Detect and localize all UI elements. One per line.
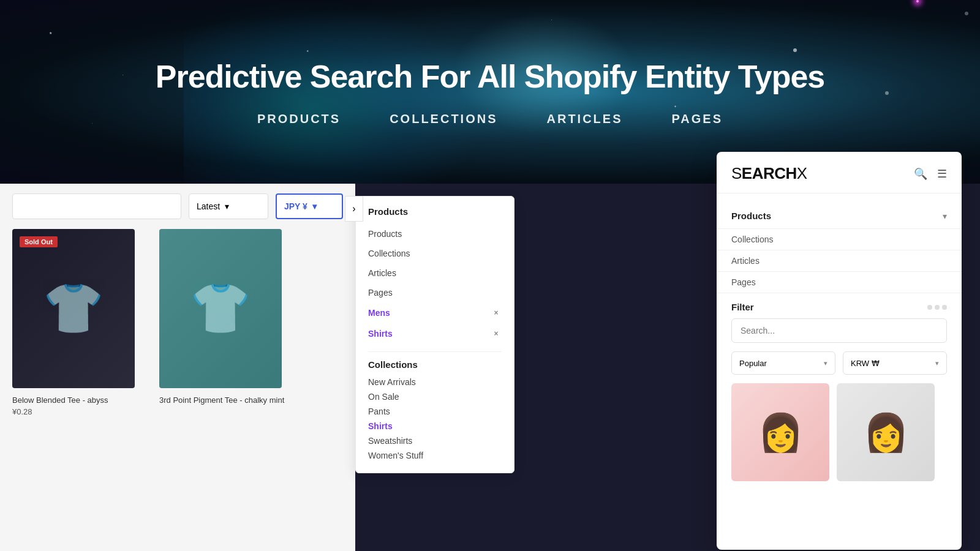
logo-text: S (731, 164, 742, 182)
tag-products: PRODUCTS (257, 112, 341, 126)
nav-collections[interactable]: Collections (717, 229, 962, 250)
collection-sweatshirts[interactable]: Sweatshirts (368, 433, 502, 448)
product-panel: Latest ▾ JPY ¥ ▾ Sold Out 👕 Below Blende… (0, 184, 355, 551)
currency-pill[interactable]: KRW ₩ ▾ (843, 351, 947, 375)
dropdown-item-label: Articles (368, 268, 396, 278)
dropdown-title: Products (368, 206, 502, 217)
collections-title: Collections (368, 359, 502, 370)
filter-dot (927, 305, 932, 310)
dropdown-divider (368, 351, 502, 352)
product-image-teal: 👕 (159, 229, 282, 388)
sort-value: Popular (739, 359, 767, 368)
dropdown-item-label: Products (368, 229, 402, 239)
tag-articles: ARTICLES (547, 112, 623, 126)
filter-dot (942, 305, 947, 310)
searchx-body: Products ▾ Collections Articles Pages Fi… (717, 193, 962, 549)
hero-tags: PRODUCTS COLLECTIONS ARTICLES PAGES (257, 112, 723, 126)
search-icon[interactable]: 🔍 (914, 167, 927, 181)
collection-new-arrivals[interactable]: New Arrivals (368, 375, 502, 389)
sort-chevron-icon: ▾ (225, 201, 229, 211)
product-name: 3rd Point Pigment Tee - chalky mint (159, 395, 306, 405)
model-icon: 👩 (863, 411, 909, 454)
filter-row: Filter (717, 293, 962, 318)
searchx-header: SEARCHX 🔍 ☰ (717, 152, 962, 193)
nav-pages[interactable]: Pages (717, 272, 962, 293)
currency-select[interactable]: JPY ¥ ▾ (276, 193, 343, 219)
menu-icon[interactable]: ☰ (937, 167, 947, 181)
product-image-dark: Sold Out 👕 (12, 229, 135, 388)
dropdown-filter-shirts[interactable]: Shirts × (368, 323, 502, 344)
search-input-wrapper (717, 318, 962, 351)
currency-label: JPY ¥ (284, 201, 307, 211)
tag-pages: PAGES (672, 112, 723, 126)
sort-pill[interactable]: Popular ▾ (731, 351, 835, 375)
sold-out-badge: Sold Out (20, 236, 58, 247)
nav-products-chevron-icon: ▾ (943, 211, 947, 221)
product-thumbnail-1[interactable]: 👩 (731, 383, 829, 481)
product-thumbnails: 👩 👩 (717, 383, 962, 481)
shirt-icon: 👕 (190, 280, 251, 337)
product-card: 👕 3rd Point Pigment Tee - chalky mint (159, 229, 306, 416)
sort-label: Latest (197, 201, 220, 211)
dropdown-item-articles[interactable]: Articles (368, 263, 502, 283)
dropdown-filter-mens[interactable]: Mens × (368, 302, 502, 323)
chevron-right-icon: › (352, 203, 355, 214)
searchx-panel: SEARCHX 🔍 ☰ Products ▾ Collections Artic… (717, 152, 962, 550)
product-price: ¥0.28 (12, 407, 159, 416)
collections-section: Collections New Arrivals On Sale Pants S… (356, 354, 514, 473)
remove-filter-mens[interactable]: × (491, 307, 502, 318)
tag-collections: COLLECTIONS (390, 112, 497, 126)
dropdown-item-label: Pages (368, 288, 393, 298)
filter-dot (935, 305, 940, 310)
product-search-box[interactable] (12, 193, 181, 219)
shirt-icon: 👕 (43, 280, 104, 337)
logo-x: X (797, 164, 807, 182)
product-grid: Sold Out 👕 Below Blended Tee - abyss ¥0.… (0, 229, 355, 416)
filter-label: Filter (731, 302, 754, 312)
filter-label: Mens (368, 308, 390, 318)
filter-label: Shirts (368, 329, 393, 339)
sort-select[interactable]: Latest ▾ (189, 193, 268, 219)
collection-pants[interactable]: Pants (368, 404, 502, 419)
collection-shirts[interactable]: Shirts (368, 419, 502, 433)
filter-dots (927, 305, 947, 310)
sort-chevron-icon: ▾ (824, 359, 827, 367)
nav-products[interactable]: Products ▾ (717, 203, 962, 229)
hero-title: Predictive Search For All Shopify Entity… (156, 58, 825, 95)
dropdown-item-pages[interactable]: Pages (368, 283, 502, 302)
nav-articles[interactable]: Articles (717, 250, 962, 272)
dropdown-item-label: Collections (368, 249, 410, 258)
searchx-logo: SEARCHX (731, 164, 807, 183)
dropdown-item-products[interactable]: Products (368, 224, 502, 244)
panel-toggle-button[interactable]: › (345, 196, 363, 222)
currency-value: KRW ₩ (851, 359, 880, 368)
currency-chevron-icon: ▾ (312, 201, 317, 211)
product-toolbar: Latest ▾ JPY ¥ ▾ (0, 184, 355, 229)
product-name: Below Blended Tee - abyss (12, 395, 159, 405)
product-thumbnail-2[interactable]: 👩 (837, 383, 935, 481)
dropdown-item-collections[interactable]: Collections (368, 244, 502, 263)
collection-on-sale[interactable]: On Sale (368, 389, 502, 404)
dropdown-panel: Products Products Collections Articles P… (355, 196, 514, 473)
sort-currency-row: Popular ▾ KRW ₩ ▾ (717, 351, 962, 383)
remove-filter-shirts[interactable]: × (491, 328, 502, 339)
nav-products-label: Products (731, 211, 771, 221)
dropdown-main-section: Products Products Collections Articles P… (356, 197, 514, 349)
searchx-header-icons: 🔍 ☰ (914, 167, 947, 181)
model-icon: 👩 (758, 411, 804, 454)
collection-womens[interactable]: Women's Stuff (368, 448, 502, 463)
currency-chevron-icon: ▾ (935, 359, 939, 367)
search-input[interactable] (731, 318, 947, 343)
product-card: Sold Out 👕 Below Blended Tee - abyss ¥0.… (12, 229, 159, 416)
